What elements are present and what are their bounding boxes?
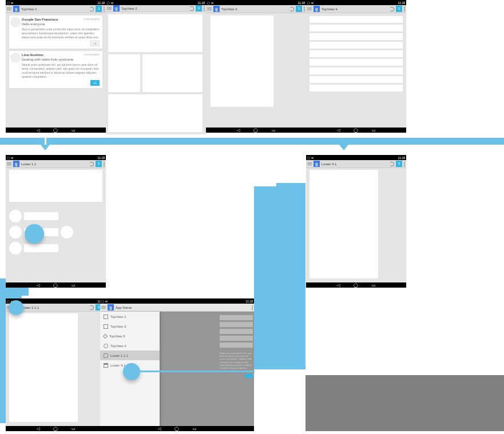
overflow-icon[interactable] (104, 162, 105, 166)
folder-icon (104, 363, 108, 368)
recents-icon[interactable]: ▭ (272, 128, 276, 133)
refresh-icon[interactable] (390, 162, 394, 166)
home-icon[interactable]: ◯ (174, 427, 179, 431)
back-icon[interactable]: ◁ (37, 427, 39, 431)
list-item[interactable] (24, 212, 58, 220)
recents-icon[interactable]: ▭ (193, 427, 197, 431)
post-time: 6 HOURS AGO (84, 18, 100, 21)
app-logo: g (213, 6, 220, 12)
drawer-icon[interactable] (107, 6, 112, 11)
drawer-scrim[interactable]: Neque porro quisquam est, qui dolorem ip… (160, 312, 254, 426)
recents-icon[interactable]: ▭ (372, 283, 376, 288)
app-logo: g (313, 6, 320, 12)
list (306, 13, 406, 94)
list-item[interactable] (309, 67, 403, 74)
drawer-item-label: TopView 3 (109, 335, 125, 338)
detail-card[interactable] (309, 170, 378, 278)
list-item[interactable] (309, 25, 403, 31)
recents-icon[interactable]: ▭ (72, 427, 76, 431)
post-card[interactable]: Lina Hoshino 6 HOURS AGO Dealing with ra… (9, 51, 102, 88)
plus-one-button[interactable]: +1 (90, 41, 100, 46)
drawer-item-topview-3[interactable]: TopView 3 (100, 331, 160, 341)
refresh-icon[interactable] (390, 7, 394, 11)
home-icon[interactable]: ◯ (354, 128, 358, 133)
back-icon[interactable]: ◁ (337, 128, 340, 133)
drawer-icon[interactable] (7, 6, 11, 12)
back-icon[interactable]: ◁ (158, 427, 161, 431)
overflow-icon[interactable] (104, 7, 105, 11)
detail-card[interactable] (9, 313, 78, 422)
drawer-icon[interactable] (101, 305, 106, 310)
app-logo: g (113, 5, 120, 11)
list-item[interactable] (309, 76, 403, 83)
list-item[interactable] (309, 59, 403, 66)
tile[interactable] (108, 14, 203, 52)
drawer-item-topview-2[interactable]: TopView 2 (100, 321, 160, 331)
refresh-icon[interactable] (189, 6, 194, 11)
overflow-icon[interactable] (304, 7, 305, 11)
refresh-icon[interactable] (289, 7, 294, 11)
notification-badge[interactable]: 3 (396, 161, 402, 167)
tile[interactable] (142, 54, 203, 92)
drawer-icon[interactable] (207, 6, 212, 12)
home-icon[interactable]: ◯ (53, 128, 58, 133)
back-icon[interactable]: ◁ (37, 128, 39, 133)
list-item[interactable] (309, 42, 403, 49)
back-icon[interactable]: ◁ (337, 283, 340, 288)
plus-one-button[interactable]: +1 (90, 80, 100, 86)
overflow-icon[interactable] (404, 7, 405, 11)
recents-icon[interactable]: ▭ (72, 283, 76, 288)
home-icon[interactable]: ◯ (354, 283, 358, 288)
drawer-item-lower-1-1-1[interactable]: Lower 1.1.1 (100, 351, 160, 360)
back-icon[interactable]: ◁ (37, 283, 39, 288)
notification-badge[interactable]: 3 (296, 6, 302, 12)
overflow-icon[interactable] (204, 6, 205, 11)
list-item[interactable] (309, 50, 403, 57)
screen-title: Lower 1.1.1 (21, 306, 39, 309)
drawer-icon[interactable] (307, 161, 312, 167)
tile[interactable] (108, 54, 140, 92)
flow-column-cap (276, 183, 305, 190)
notification-badge[interactable]: 3 (96, 6, 102, 12)
frame-topview-2: ▢✉ 11:18 g TopView 2 3 ◁ ◯ ▭ (106, 0, 206, 133)
overflow-icon[interactable] (252, 305, 253, 310)
drawer-icon[interactable] (307, 6, 312, 12)
recents-icon[interactable]: ▭ (72, 128, 76, 133)
nav-bar: ◁ ◯ ▭ (6, 128, 106, 133)
app-logo: g (108, 304, 114, 310)
notification-badge[interactable]: 3 (196, 5, 202, 11)
status-bar: ▢✉ 11:18 (6, 155, 106, 160)
list-item[interactable] (309, 33, 403, 40)
list-item[interactable] (309, 85, 403, 91)
list-item[interactable] (309, 16, 403, 23)
refresh-icon[interactable] (89, 162, 94, 166)
touch-indicator-icon (25, 224, 44, 244)
notification-badge[interactable]: 3 (96, 161, 102, 167)
refresh-icon[interactable] (89, 305, 94, 310)
list-item[interactable] (24, 244, 58, 252)
status-bar: ▢✉ 11:18 (306, 0, 406, 5)
notification-badge[interactable]: 3 (396, 6, 402, 12)
clock: 11:18 (398, 156, 405, 160)
overflow-icon[interactable] (404, 162, 405, 166)
status-bar: ▢✉ 11:18 (100, 298, 254, 304)
drawer-icon[interactable] (7, 161, 11, 167)
drawer-item-topview-4[interactable]: TopView 4 (100, 341, 160, 351)
flow-arrow-left (41, 145, 50, 150)
home-icon[interactable]: ◯ (53, 427, 58, 431)
recents-icon[interactable]: ▭ (372, 128, 376, 133)
hero-card[interactable] (9, 170, 102, 202)
detail-card[interactable] (211, 15, 273, 107)
post-card[interactable]: Google San Francisco 6 HOURS AGO Hello e… (9, 15, 102, 49)
frame-lower-1-1: ▢✉ 11:18 g Lower 1.1 3 ◁ ◯ ▭ (6, 155, 106, 288)
drawer-item-topview-1[interactable]: TopView 1 (100, 312, 160, 321)
home-icon[interactable]: ◯ (53, 283, 58, 288)
tile[interactable] (108, 94, 203, 132)
refresh-icon[interactable] (89, 7, 94, 11)
home-icon[interactable]: ◯ (253, 128, 258, 133)
square-icon (104, 314, 108, 319)
screen-title: TopView 2 (121, 7, 137, 10)
flow-ribbon-horizontal (0, 138, 504, 145)
action-bar: g App Name (100, 304, 254, 312)
back-icon[interactable]: ◁ (237, 128, 240, 133)
